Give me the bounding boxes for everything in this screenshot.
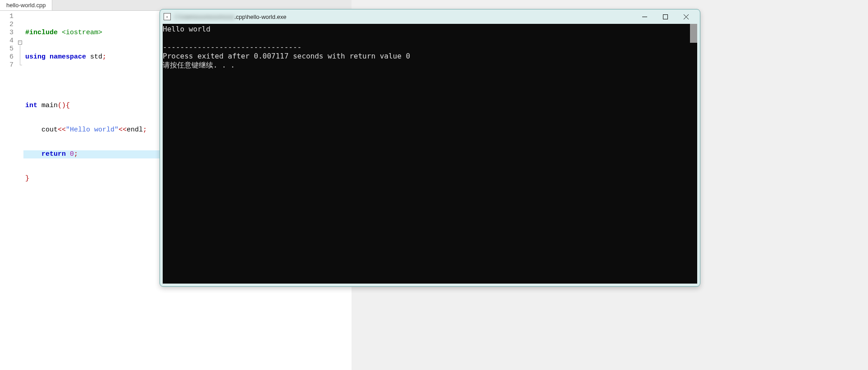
line-number-gutter: 1 2 3 4 5 6 7 xyxy=(0,11,16,370)
console-line: Hello world xyxy=(163,25,210,33)
close-icon xyxy=(684,14,689,19)
console-window: ▪ C:\Users\xxxxx\xxxxx\xxxxx .cpp\hello-… xyxy=(160,9,700,287)
editor-tab-hello-world[interactable]: hello-world.cpp xyxy=(0,0,52,10)
minimize-icon xyxy=(642,14,647,19)
line-number: 1 xyxy=(0,13,14,21)
fold-gutter: − xyxy=(16,11,23,370)
close-button[interactable] xyxy=(676,9,696,24)
console-separator: -------------------------------- xyxy=(163,43,302,51)
line-number: 5 xyxy=(0,45,14,53)
line-number: 2 xyxy=(0,21,14,29)
console-titlebar[interactable]: ▪ C:\Users\xxxxx\xxxxx\xxxxx .cpp\hello-… xyxy=(160,9,700,24)
line-number: 4 xyxy=(0,37,14,45)
console-scrollbar[interactable] xyxy=(690,24,697,43)
console-exit-line: Process exited after 0.007117 seconds wi… xyxy=(163,52,410,60)
console-output[interactable]: Hello world ----------------------------… xyxy=(163,24,697,284)
fold-toggle-icon[interactable]: − xyxy=(18,41,22,45)
line-number: 3 xyxy=(0,29,14,37)
console-continue-line: 请按任意键继续. . . xyxy=(163,61,235,69)
maximize-icon xyxy=(663,14,668,19)
tab-label: hello-world.cpp xyxy=(6,2,46,9)
console-title-path-blurred: C:\Users\xxxxx\xxxxx\xxxxx xyxy=(174,14,234,20)
line-number: 6 xyxy=(0,53,14,61)
maximize-button[interactable] xyxy=(655,9,676,24)
svg-rect-1 xyxy=(663,14,667,19)
console-app-icon: ▪ xyxy=(164,13,171,20)
minimize-button[interactable] xyxy=(634,9,655,24)
line-number: 7 xyxy=(0,61,14,69)
console-title-filename: .cpp\hello-world.exe xyxy=(234,14,287,20)
